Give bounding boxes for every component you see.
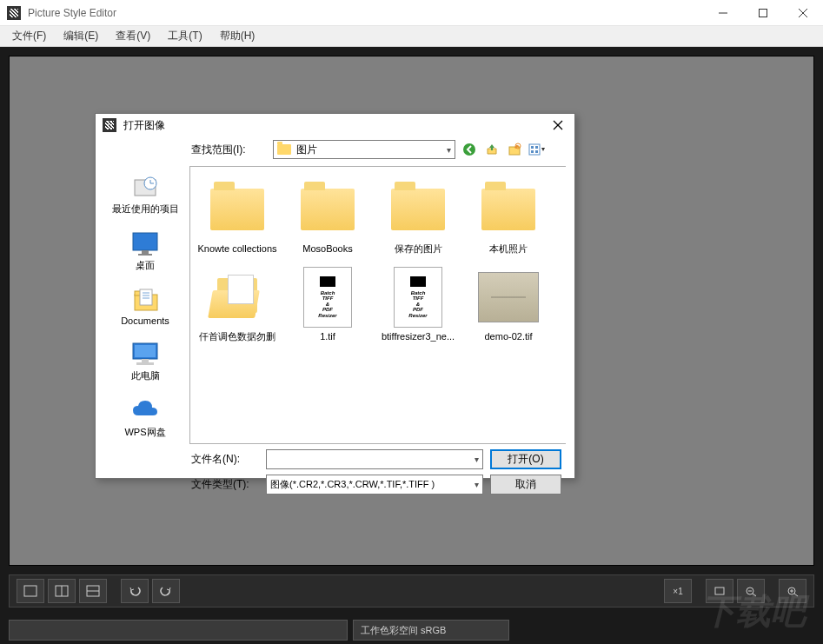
window-title: Picture Style Editor: [28, 7, 703, 19]
place-computer[interactable]: 此电脑: [107, 335, 183, 388]
menubar: 文件(F) 编辑(E) 查看(V) 工具(T) 帮助(H): [0, 26, 823, 47]
svg-rect-31: [133, 233, 157, 250]
menu-view[interactable]: 查看(V): [107, 27, 159, 45]
computer-icon: [129, 340, 161, 368]
titlebar: Picture Style Editor: [0, 0, 823, 26]
places-bar: 最近使用的项目 桌面 Documents 此电脑 WPS网盘: [104, 166, 186, 444]
svg-rect-42: [142, 359, 149, 362]
svg-rect-32: [142, 250, 149, 254]
svg-rect-22: [529, 144, 540, 155]
svg-rect-41: [135, 345, 156, 357]
place-recent[interactable]: 最近使用的项目: [107, 168, 183, 221]
svg-rect-9: [715, 588, 724, 594]
open-button[interactable]: 打开(O): [490, 449, 561, 469]
filetype-select[interactable]: 图像(*.CR2,*.CR3,*.CRW,*.TIF,*.TIFF ) ▾: [266, 475, 483, 495]
place-label: 此电脑: [131, 369, 160, 382]
folder-icon: [207, 179, 268, 240]
place-label: 最近使用的项目: [112, 202, 179, 216]
file-item[interactable]: MosoBooks: [282, 176, 373, 263]
bottom-toolbar: ×1: [9, 574, 814, 607]
dialog-close-button[interactable]: [545, 114, 571, 136]
svg-line-11: [753, 594, 756, 596]
colorspace-label: 工作色彩空间: [361, 624, 418, 637]
svg-rect-43: [136, 362, 154, 365]
file-item[interactable]: Knowte collections: [192, 176, 282, 263]
svg-rect-1: [760, 9, 767, 17]
undo-button[interactable]: [121, 579, 149, 603]
zoom-fit-button[interactable]: [706, 579, 733, 603]
file-item[interactable]: BatchTIFF&PDFResizer1.tif: [282, 263, 373, 351]
file-item[interactable]: 保存的图片: [373, 176, 463, 263]
svg-rect-36: [140, 289, 152, 305]
menu-tools[interactable]: 工具(T): [159, 27, 210, 45]
redo-button[interactable]: [152, 579, 180, 603]
zoom-actual-button[interactable]: ×1: [664, 579, 692, 603]
file-item[interactable]: 仟首调色数据勿删: [192, 263, 282, 351]
lookin-select[interactable]: 图片 ▾: [273, 140, 455, 159]
image-thumbnail-icon: [478, 267, 539, 328]
place-desktop[interactable]: 桌面: [107, 224, 183, 277]
chevron-down-icon: ▾: [475, 480, 479, 489]
document-thumbnail-icon: BatchTIFF&PDFResizer: [297, 267, 358, 328]
place-label: WPS网盘: [124, 426, 165, 439]
menu-file[interactable]: 文件(F): [3, 27, 55, 45]
filetype-value: 图像(*.CR2,*.CR3,*.CRW,*.TIF,*.TIFF ): [270, 478, 435, 491]
file-name-label: 本机照片: [489, 243, 528, 255]
lookin-label: 查找范围(I):: [191, 143, 268, 157]
colorspace-value: sRGB: [421, 625, 446, 635]
svg-rect-25: [531, 150, 534, 153]
nav-back-button[interactable]: [461, 141, 478, 158]
file-item[interactable]: 本机照片: [463, 176, 554, 263]
close-button[interactable]: [783, 0, 823, 26]
chevron-down-icon: ▾: [475, 455, 479, 464]
svg-rect-4: [24, 586, 37, 596]
filename-input[interactable]: ▾: [266, 449, 483, 469]
open-file-dialog: 打开图像 查找范围(I): 图片 ▾ 最近使用的项目: [95, 113, 575, 479]
layout-single-button[interactable]: [17, 579, 44, 603]
nav-up-button[interactable]: [483, 141, 501, 158]
file-name-label: btiffresizer3_ne...: [382, 331, 455, 342]
layout-split-v-button[interactable]: [79, 579, 107, 603]
dialog-titlebar: 打开图像: [96, 114, 574, 136]
maximize-button[interactable]: [743, 0, 783, 26]
zoom-in-button[interactable]: [779, 579, 806, 603]
layout-split-h-button[interactable]: [48, 579, 76, 603]
svg-rect-23: [531, 146, 534, 149]
place-documents[interactable]: Documents: [107, 281, 183, 331]
file-name-label: 仟首调色数据勿删: [199, 331, 275, 342]
svg-point-19: [463, 143, 475, 156]
zoom-out-button[interactable]: [737, 579, 765, 603]
menu-help[interactable]: 帮助(H): [211, 27, 264, 45]
svg-rect-33: [138, 254, 152, 256]
folder-icon: [388, 179, 448, 240]
cloud-icon: [129, 396, 161, 424]
place-wps-cloud[interactable]: WPS网盘: [107, 391, 183, 444]
cancel-button[interactable]: 取消: [490, 475, 561, 495]
file-item[interactable]: BatchTIFF&PDFResizerbtiffresizer3_ne...: [373, 263, 463, 351]
chevron-down-icon: ▾: [447, 145, 451, 155]
file-name-label: MosoBooks: [302, 243, 352, 255]
file-list-area: Knowte collectionsMosoBooks保存的图片本机照片仟首调色…: [189, 166, 566, 444]
svg-rect-20: [509, 147, 520, 155]
folder-icon: [478, 179, 539, 240]
place-label: 桌面: [136, 259, 155, 272]
file-name-label: 1.tif: [320, 331, 335, 342]
nav-viewmenu-button[interactable]: [528, 141, 546, 158]
folder-open-icon: [207, 267, 268, 328]
menu-edit[interactable]: 编辑(E): [55, 27, 107, 45]
file-item[interactable]: demo-02.tif: [463, 263, 554, 351]
nav-newfolder-button[interactable]: [506, 141, 523, 158]
place-label: Documents: [121, 315, 169, 326]
document-thumbnail-icon: BatchTIFF&PDFResizer: [388, 267, 448, 328]
minimize-button[interactable]: [703, 0, 743, 26]
svg-rect-24: [535, 146, 538, 149]
file-name-label: Knowte collections: [197, 243, 276, 255]
status-bar: 工作色彩空间 sRGB: [9, 616, 814, 644]
dialog-icon: [103, 118, 116, 132]
file-name-label: demo-02.tif: [484, 331, 532, 342]
dialog-title: 打开图像: [123, 118, 545, 133]
folder-icon: [297, 179, 358, 240]
documents-icon: [129, 286, 161, 314]
file-name-label: 保存的图片: [395, 243, 442, 255]
lookin-value: 图片: [296, 143, 317, 157]
